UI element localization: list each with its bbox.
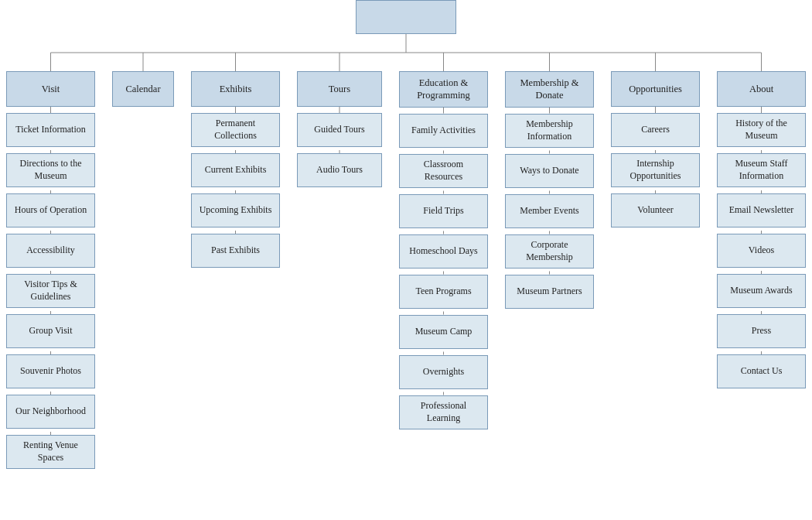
nav-item-visit-0[interactable]: Ticket Information	[6, 113, 95, 147]
nav-item-tours-0[interactable]: Guided Tours	[297, 113, 382, 147]
nav-item-membership-0[interactable]: Membership Information	[505, 114, 594, 148]
nav-item-visit-1[interactable]: Directions to the Museum	[6, 153, 95, 187]
column-exhibits: ExhibitsPermanent CollectionsCurrent Exh…	[191, 71, 280, 268]
nav-item-education-6[interactable]: Overnights	[399, 355, 488, 389]
nav-item-visit-4[interactable]: Visitor Tips & Guidelines	[6, 274, 95, 308]
site-map-container: VisitTicket InformationDirections to the…	[0, 0, 812, 469]
nav-item-visit-8[interactable]: Renting Venue Spaces	[6, 435, 95, 469]
nav-item-education-0[interactable]: Family Activities	[399, 114, 488, 148]
nav-item-visit-5[interactable]: Group Visit	[6, 314, 95, 348]
nav-item-exhibits-0[interactable]: Permanent Collections	[191, 113, 280, 147]
nav-item-membership-2[interactable]: Member Events	[505, 194, 594, 228]
nav-item-about-1[interactable]: Museum Staff Information	[717, 153, 806, 187]
nav-item-exhibits-1[interactable]: Current Exhibits	[191, 153, 280, 187]
nav-item-exhibits-2[interactable]: Upcoming Exhibits	[191, 193, 280, 228]
nav-membership[interactable]: Membership & Donate	[505, 71, 594, 108]
nav-item-tours-1[interactable]: Audio Tours	[297, 153, 382, 187]
nav-item-about-3[interactable]: Videos	[717, 234, 806, 268]
nav-item-visit-7[interactable]: Our Neighborhood	[6, 395, 95, 429]
column-opportunities: OpportunitiesCareersInternship Opportuni…	[611, 71, 700, 228]
nav-visit[interactable]: Visit	[6, 71, 95, 107]
column-education: Education & ProgrammingFamily Activities…	[399, 71, 488, 429]
nav-exhibits[interactable]: Exhibits	[191, 71, 280, 107]
nav-item-about-2[interactable]: Email Newsletter	[717, 193, 806, 228]
root-node	[356, 0, 456, 34]
nav-item-visit-6[interactable]: Souvenir Photos	[6, 354, 95, 388]
nav-opportunities[interactable]: Opportunities	[611, 71, 700, 107]
nav-item-exhibits-3[interactable]: Past Exhibits	[191, 234, 280, 268]
nav-about[interactable]: About	[717, 71, 806, 107]
nav-calendar[interactable]: Calendar	[112, 71, 174, 107]
nav-item-about-5[interactable]: Press	[717, 314, 806, 348]
nav-item-membership-3[interactable]: Corporate Membership	[505, 234, 594, 269]
column-tours: ToursGuided ToursAudio Tours	[297, 71, 382, 187]
nav-item-membership-4[interactable]: Museum Partners	[505, 275, 594, 309]
nav-item-membership-1[interactable]: Ways to Donate	[505, 154, 594, 188]
nav-education[interactable]: Education & Programming	[399, 71, 488, 108]
nav-item-education-1[interactable]: Classroom Resources	[399, 154, 488, 188]
column-about: AboutHistory of the MuseumMuseum Staff I…	[717, 71, 806, 388]
nav-item-education-7[interactable]: Professional Learning	[399, 395, 488, 429]
column-membership: Membership & DonateMembership Informatio…	[505, 71, 594, 309]
nav-item-visit-2[interactable]: Hours of Operation	[6, 193, 95, 228]
nav-tours[interactable]: Tours	[297, 71, 382, 107]
nav-item-education-4[interactable]: Teen Programs	[399, 275, 488, 309]
nav-item-opportunities-0[interactable]: Careers	[611, 113, 700, 147]
nav-item-education-2[interactable]: Field Trips	[399, 194, 488, 228]
nav-item-education-3[interactable]: Homeschool Days	[399, 234, 488, 269]
column-visit: VisitTicket InformationDirections to the…	[6, 71, 95, 469]
nav-item-visit-3[interactable]: Accessibility	[6, 234, 95, 268]
nav-item-education-5[interactable]: Museum Camp	[399, 315, 488, 349]
nav-item-opportunities-2[interactable]: Volunteer	[611, 193, 700, 228]
nav-item-about-4[interactable]: Museum Awards	[717, 274, 806, 308]
column-calendar: Calendar	[112, 71, 174, 107]
nav-item-about-6[interactable]: Contact Us	[717, 354, 806, 388]
nav-item-about-0[interactable]: History of the Museum	[717, 113, 806, 147]
nav-item-opportunities-1[interactable]: Internship Opportunities	[611, 153, 700, 187]
